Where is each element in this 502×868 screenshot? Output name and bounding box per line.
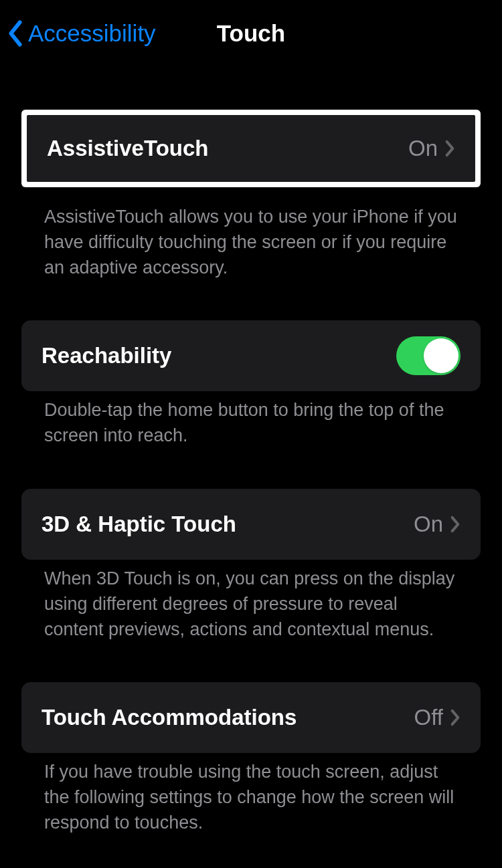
chevron-right-icon	[450, 709, 461, 726]
touch-accommodations-value: Off	[414, 705, 443, 730]
haptic-touch-label: 3D & Haptic Touch	[41, 512, 236, 537]
reachability-cell[interactable]: Reachability	[21, 320, 481, 391]
touch-accommodations-cell[interactable]: Touch Accommodations Off	[21, 682, 481, 753]
assistivetouch-cell[interactable]: AssistiveTouch On	[27, 115, 475, 182]
chevron-right-icon	[444, 140, 455, 157]
touch-accommodations-footer: If you have trouble using the touch scre…	[21, 753, 481, 835]
haptic-touch-cell[interactable]: 3D & Haptic Touch On	[21, 489, 481, 560]
chevron-right-icon	[450, 516, 461, 533]
reachability-label: Reachability	[41, 343, 171, 368]
assistivetouch-label: AssistiveTouch	[47, 136, 208, 161]
page-title: Touch	[217, 20, 285, 47]
assistivetouch-footer: AssistiveTouch allows you to use your iP…	[21, 198, 481, 280]
haptic-touch-value: On	[414, 512, 443, 537]
back-label: Accessibility	[28, 20, 156, 47]
nav-bar: Accessibility Touch	[0, 0, 502, 67]
reachability-footer: Double-tap the home button to bring the …	[21, 391, 481, 449]
chevron-left-icon	[7, 20, 24, 47]
haptic-touch-footer: When 3D Touch is on, you can press on th…	[21, 560, 481, 642]
reachability-switch[interactable]	[396, 336, 461, 375]
highlight-frame: AssistiveTouch On	[21, 110, 481, 187]
assistivetouch-value: On	[408, 136, 438, 161]
switch-knob	[424, 338, 458, 373]
touch-accommodations-label: Touch Accommodations	[41, 705, 297, 730]
back-button[interactable]: Accessibility	[7, 20, 156, 47]
